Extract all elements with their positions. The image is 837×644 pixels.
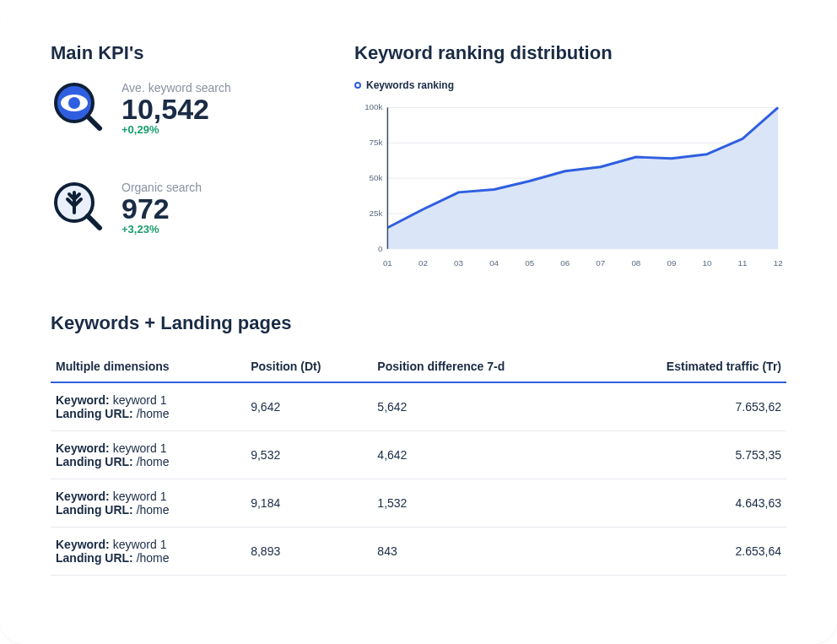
col-dimensions: Multiple dimensions <box>51 351 246 382</box>
cell-traffic: 5.753,35 <box>589 431 786 479</box>
svg-line-7 <box>88 216 100 228</box>
cell-diff: 5,642 <box>372 382 589 431</box>
cell-dimensions: Keyword: keyword 1 Landing URL: /home <box>51 528 246 576</box>
cell-position: 8,893 <box>246 528 372 576</box>
cell-dimensions: Keyword: keyword 1 Landing URL: /home <box>51 479 246 528</box>
chart-panel: Keyword ranking distribution Keywords ra… <box>354 42 786 279</box>
table-row: Keyword: keyword 1 Landing URL: /home 9,… <box>51 382 786 431</box>
table-row: Keyword: keyword 1 Landing URL: /home 8,… <box>51 528 786 576</box>
cell-diff: 4,642 <box>372 431 589 479</box>
kpi-text: Organic search 972 +3,23% <box>122 181 202 235</box>
chart-legend: Keywords ranking <box>354 79 786 91</box>
svg-text:10: 10 <box>703 258 712 268</box>
legend-label: Keywords ranking <box>366 79 454 91</box>
table-row: Keyword: keyword 1 Landing URL: /home 9,… <box>51 431 786 479</box>
kpi-value: 972 <box>122 194 202 223</box>
legend-marker-icon <box>354 82 361 89</box>
svg-text:06: 06 <box>560 258 570 268</box>
cell-diff: 843 <box>372 528 589 576</box>
col-diff: Position difference 7-d <box>372 351 589 382</box>
kpi-avg-keyword: Ave. keyword search 10,542 +0,29% <box>51 79 321 137</box>
kpi-delta: +0,29% <box>122 123 231 136</box>
table-panel: Keywords + Landing pages Multiple dimens… <box>51 312 786 576</box>
kpi-value: 10,542 <box>122 95 231 123</box>
col-position: Position (Dt) <box>246 351 372 382</box>
cell-position: 9,642 <box>246 382 372 431</box>
table-row: Keyword: keyword 1 Landing URL: /home 9,… <box>51 479 786 528</box>
cell-diff: 1,532 <box>372 479 589 528</box>
cell-position: 9,532 <box>246 431 372 479</box>
svg-text:05: 05 <box>525 258 534 268</box>
cell-dimensions: Keyword: keyword 1 Landing URL: /home <box>51 382 246 431</box>
svg-text:75k: 75k <box>370 138 383 147</box>
kpi-panel: Main KPI's Ave. keyword search 10,542 +0… <box>51 42 321 279</box>
svg-line-4 <box>88 116 100 128</box>
eye-search-icon <box>51 79 105 137</box>
svg-text:12: 12 <box>774 258 783 268</box>
top-row: Main KPI's Ave. keyword search 10,542 +0… <box>51 42 786 279</box>
svg-text:08: 08 <box>631 258 640 268</box>
keyword-ranking-chart: 025k50k75k100k010203040506070809101112 <box>354 98 786 275</box>
kpi-section-title: Main KPI's <box>51 42 321 64</box>
svg-text:04: 04 <box>489 258 499 268</box>
cell-dimensions: Keyword: keyword 1 Landing URL: /home <box>51 431 246 479</box>
svg-text:09: 09 <box>667 258 676 268</box>
svg-text:01: 01 <box>383 258 392 268</box>
cell-traffic: 7.653,62 <box>589 382 786 431</box>
cell-traffic: 4.643,63 <box>589 479 786 528</box>
kpi-organic-search: Organic search 972 +3,23% <box>51 179 321 236</box>
svg-text:50k: 50k <box>370 173 383 182</box>
kpi-text: Ave. keyword search 10,542 +0,29% <box>122 81 231 136</box>
cell-traffic: 2.653,64 <box>589 528 786 576</box>
svg-text:02: 02 <box>418 258 428 268</box>
table-title: Keywords + Landing pages <box>51 312 786 334</box>
col-traffic: Estimated traffic (Tr) <box>589 351 786 382</box>
cell-position: 9,184 <box>246 479 372 528</box>
svg-text:25k: 25k <box>370 208 383 218</box>
svg-text:100k: 100k <box>364 102 382 111</box>
dashboard-card: Main KPI's Ave. keyword search 10,542 +0… <box>0 0 837 644</box>
organic-search-icon <box>51 179 105 236</box>
svg-text:03: 03 <box>454 258 463 268</box>
svg-text:07: 07 <box>596 258 605 268</box>
svg-text:0: 0 <box>378 244 383 253</box>
svg-point-2 <box>68 97 80 109</box>
keywords-table: Multiple dimensions Position (Dt) Positi… <box>51 351 786 576</box>
svg-text:11: 11 <box>738 258 748 268</box>
kpi-delta: +3,23% <box>122 223 202 235</box>
chart-title: Keyword ranking distribution <box>354 42 786 64</box>
table-header-row: Multiple dimensions Position (Dt) Positi… <box>51 351 786 382</box>
